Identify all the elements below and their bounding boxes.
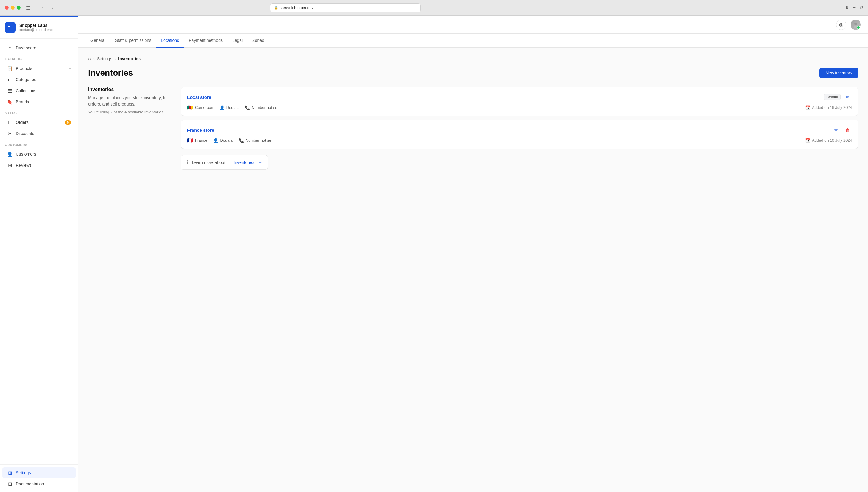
learn-more-link[interactable]: Inventories [234,160,254,165]
france-flag: 🇫🇷 [187,138,193,143]
france-store-phone-value: Number not set [246,138,273,143]
categories-label: Categories [16,77,36,82]
breadcrumb-sep-1: ‹ [94,57,95,61]
dashboard-label: Dashboard [16,46,36,50]
discounts-label: Discounts [16,131,34,136]
sidebar-nav: ⌂ Dashboard CATALOG 📋 Products ▾ 🏷 Categ… [0,39,78,464]
orders-icon: □ [7,120,12,125]
france-store-city-name: Douala [220,138,232,143]
close-button[interactable] [5,6,9,10]
breadcrumb-sep-2: ‹ [114,57,116,61]
svg-point-4 [853,26,858,28]
france-store-country-name: France [195,138,207,143]
france-store-delete-button[interactable]: 🗑 [843,125,852,134]
discounts-icon: ✂ [7,131,12,136]
sidebar-item-customers[interactable]: 👤 Customers [2,149,76,159]
browser-nav: ‹ › [38,4,56,12]
brands-icon: 🔖 [7,99,12,105]
sidebar-item-reviews[interactable]: ⊞ Reviews [2,160,76,171]
extensions-icon[interactable]: ⧉ [860,5,863,10]
collections-icon: ☰ [7,88,12,94]
customers-section-label: CUSTOMERS [0,139,78,148]
section-title: Inventories [88,87,172,92]
france-store-edit-button[interactable]: ✏ [832,125,841,134]
calendar-icon-2: 📅 [805,138,810,143]
local-store-city-name: Douala [226,105,239,110]
reviews-icon: ⊞ [7,163,12,168]
person-icon: 👤 [220,105,225,110]
france-store-date: 📅 Added on 16 July 2024 [805,138,852,143]
sidebar-item-products[interactable]: 📋 Products ▾ [2,63,76,74]
dashboard-icon: ⌂ [7,45,12,51]
sidebar-item-categories[interactable]: 🏷 Categories [2,74,76,85]
inventory-card-france: France store ✏ 🗑 🇫🇷 France [181,120,858,149]
orders-label: Orders [16,120,29,125]
content-left: Inventories Manage the places you stock … [88,87,172,170]
catalog-section-label: CATALOG [0,54,78,63]
tab-legal[interactable]: Legal [228,34,248,48]
tab-payment-methods[interactable]: Payment methods [184,34,228,48]
customers-label: Customers [16,152,36,156]
section-usage: You're using 2 of the 4 available invent… [88,110,172,114]
tab-staff-permissions[interactable]: Staff & permissions [110,34,156,48]
breadcrumb-settings[interactable]: Settings [97,56,112,61]
breadcrumb-inventories: Inventories [118,56,141,61]
avatar[interactable] [850,20,861,30]
page-title: Inventories [88,68,133,78]
url-text: laravelshopper.dev [281,5,313,10]
home-icon[interactable]: ⌂ [88,56,91,62]
address-bar[interactable]: 🔒 laravelshopper.dev [270,3,421,13]
products-icon: 📋 [7,66,12,71]
back-button[interactable]: ‹ [38,4,46,12]
inventory-card-local: Local store Default ✏ 🇨🇲 Cameroon [181,87,858,116]
france-store-city: 👤 Douala [213,138,232,143]
local-store-edit-button[interactable]: ✏ [843,93,852,102]
tab-zones[interactable]: Zones [248,34,269,48]
sidebar-header: 🛍 Shopper Labs contact@store.demo [0,17,78,39]
forward-button[interactable]: › [49,4,56,12]
compass-icon[interactable]: ◎ [836,20,846,30]
sidebar-item-brands[interactable]: 🔖 Brands [2,96,76,107]
sidebar-item-collections[interactable]: ☰ Collections [2,85,76,96]
sidebar-item-discounts[interactable]: ✂ Discounts [2,128,76,139]
page-content: ⌂ ‹ Settings ‹ Inventories Inventories N… [78,48,868,492]
store-info: Shopper Labs contact@store.demo [19,23,53,32]
documentation-label: Documentation [16,482,44,486]
traffic-lights [5,6,21,10]
local-store-meta: 🇨🇲 Cameroon 👤 Douala 📞 Number not set [187,105,852,110]
tab-general[interactable]: General [85,34,110,48]
svg-rect-1 [26,7,30,8]
sidebar-item-dashboard[interactable]: ⌂ Dashboard [2,43,76,53]
orders-badge: 5 [65,120,71,124]
download-icon[interactable]: ⬇ [845,5,849,10]
lock-icon: 🔒 [274,6,278,10]
local-store-city: 👤 Douala [220,105,239,110]
sidebar-item-documentation[interactable]: ⊟ Documentation [2,478,76,489]
inventory-card-france-header: France store ✏ 🗑 [187,125,852,134]
sidebar-item-orders[interactable]: □ Orders 5 [2,117,76,128]
learn-more-box: ℹ Learn more about Inventories → [181,155,268,170]
breadcrumb: ⌂ ‹ Settings ‹ Inventories [88,56,858,62]
new-inventory-button[interactable]: New inventory [819,68,858,78]
minimize-button[interactable] [11,6,15,10]
france-store-date-value: Added on 16 July 2024 [812,138,852,143]
browser-actions: ⬇ + ⧉ [845,5,863,10]
france-store-name[interactable]: France store [187,127,214,133]
svg-rect-2 [26,9,30,10]
local-store-phone-value: Number not set [252,105,279,110]
collections-label: Collections [16,88,36,93]
customers-icon: 👤 [7,151,12,157]
new-tab-icon[interactable]: + [853,5,856,10]
sidebar-item-settings[interactable]: ⊞ Settings [2,467,76,478]
top-bar: ◎ [78,16,868,34]
local-store-name[interactable]: Local store [187,95,211,100]
person-icon-2: 👤 [213,138,218,143]
sidebar-toggle-icon[interactable] [24,4,32,12]
tab-locations[interactable]: Locations [156,34,184,48]
local-store-date: 📅 Added on 16 July 2024 [805,105,852,110]
store-name: Shopper Labs [19,23,53,28]
products-label: Products [16,66,32,71]
maximize-button[interactable] [17,6,21,10]
page-header: Inventories New inventory [88,68,858,78]
settings-label: Settings [16,470,31,475]
